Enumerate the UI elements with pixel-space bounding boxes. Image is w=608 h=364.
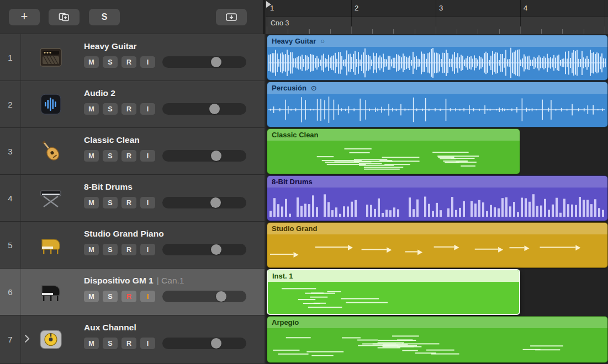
input-monitor-button[interactable]: I	[140, 291, 155, 302]
solo-button[interactable]: S	[103, 197, 118, 208]
solo-button[interactable]: S	[103, 244, 118, 255]
audio-waveform	[268, 47, 606, 79]
input-monitor-button[interactable]: I	[140, 338, 155, 349]
midi-notes	[268, 234, 606, 266]
region-studio-grand[interactable]: Studio Grand	[267, 222, 608, 268]
volume-knob	[209, 104, 220, 114]
solo-button[interactable]: S	[103, 150, 118, 162]
bar-separators	[267, 0, 608, 34]
disclosure-chevron[interactable]	[24, 334, 30, 345]
region-arpegio[interactable]: Arpegio	[267, 316, 608, 363]
record-enable-button[interactable]: R	[121, 56, 136, 68]
track-name: 8-Bit Drums	[84, 182, 133, 192]
region-name: Arpegio	[267, 317, 607, 328]
record-enable-button[interactable]: R	[121, 244, 136, 255]
region-name: Classic Clean	[267, 129, 520, 141]
region-name: Heavy Guitar○	[267, 35, 607, 47]
track-number: 5	[0, 222, 21, 268]
audio-waveform-icon	[39, 93, 62, 116]
volume-knob	[211, 338, 221, 349]
mute-button[interactable]: M	[84, 244, 99, 255]
follow-tempo-badge-icon: ⊙	[311, 84, 317, 92]
midi-notes	[268, 188, 606, 220]
timeline-ruler[interactable]: 1 2 3 4 Cno 3	[266, 0, 608, 34]
region-name: Percusión⊙	[267, 82, 607, 94]
track-name: Dispositivo GM 1| Can.1	[84, 276, 184, 286]
volume-knob	[210, 197, 221, 208]
track-header-6[interactable]: 6 Dispositivo GM 1| Can.1 M S R I	[0, 269, 265, 315]
track-number: 4	[0, 175, 21, 221]
volume-slider[interactable]	[162, 150, 246, 162]
input-monitor-button[interactable]: I	[140, 56, 155, 68]
mute-button[interactable]: M	[84, 291, 99, 302]
mute-button[interactable]: M	[84, 103, 99, 115]
track-header-4[interactable]: 4 8-Bit Drums M S R I	[0, 175, 265, 222]
track-name: Heavy Guitar	[84, 41, 140, 51]
mute-button[interactable]: M	[84, 150, 99, 162]
track-header-7[interactable]: 7 Aux Channel M S R	[0, 315, 265, 364]
track-channel-suffix: | Can.1	[157, 276, 184, 285]
volume-slider[interactable]	[162, 197, 246, 208]
volume-slider[interactable]	[162, 56, 246, 68]
region-percusion[interactable]: Percusión⊙	[267, 82, 608, 127]
track-header-2[interactable]: 2 Audio 2 M S R I	[0, 81, 265, 128]
add-track-button[interactable]: +	[9, 9, 40, 25]
mute-button[interactable]: M	[84, 338, 99, 349]
midi-notes	[268, 328, 606, 361]
region-heavy-guitar[interactable]: Heavy Guitar○	[267, 35, 608, 81]
volume-slider[interactable]	[162, 291, 246, 302]
gold-piano-icon	[38, 233, 64, 257]
track-number: 6	[0, 269, 21, 315]
volume-knob	[216, 291, 226, 302]
track-number: 7	[0, 315, 21, 363]
input-monitor-button[interactable]: I	[140, 103, 155, 115]
volume-knob	[211, 244, 221, 255]
hide-track-button[interactable]	[216, 9, 247, 25]
solo-button[interactable]: S	[103, 56, 118, 68]
mute-button[interactable]: M	[84, 197, 99, 208]
solo-button[interactable]: S	[103, 291, 118, 302]
guitar-amp-icon	[38, 46, 64, 69]
input-monitor-button[interactable]: I	[140, 150, 155, 162]
region-name: Studio Grand	[267, 223, 607, 234]
arrange-area: 1 2 3 4 Cno 3 Heavy Guitar○ Percusión⊙	[266, 0, 608, 364]
track-header-toolbar: + S	[0, 0, 263, 34]
region-8bit-drums[interactable]: 8-Bit Drums	[267, 175, 608, 221]
track-number: 3	[0, 128, 21, 174]
volume-slider[interactable]	[162, 338, 246, 349]
volume-knob	[211, 57, 221, 67]
solo-button[interactable]: S	[103, 103, 118, 115]
track-header-1[interactable]: 1 Heavy Guitar M S R I	[0, 34, 265, 81]
track-number: 2	[0, 81, 21, 127]
loop-badge-icon: ○	[320, 37, 325, 45]
volume-knob	[211, 151, 221, 161]
duplicate-track-button[interactable]	[49, 9, 80, 25]
track-header-5[interactable]: 5 Studio Grand Piano M S R I	[0, 222, 265, 269]
mute-button[interactable]: M	[84, 56, 99, 68]
record-enable-button[interactable]: R	[121, 291, 136, 302]
volume-slider[interactable]	[162, 244, 246, 255]
keyboard-stand-icon	[38, 186, 64, 210]
toolbar-solo-button[interactable]: S	[89, 9, 120, 25]
region-inst-1[interactable]: Inst. 1	[267, 269, 520, 315]
record-enable-button[interactable]: R	[121, 103, 136, 115]
track-name: Aux Channel	[84, 323, 136, 333]
record-enable-button[interactable]: R	[121, 197, 136, 208]
midi-notes	[268, 141, 519, 173]
track-name: Audio 2	[84, 88, 115, 98]
input-monitor-button[interactable]: I	[140, 197, 155, 208]
chevron-right-icon	[24, 334, 30, 343]
track-name: Studio Grand Piano	[84, 229, 164, 239]
record-enable-button[interactable]: R	[121, 338, 136, 349]
volume-slider[interactable]	[162, 103, 246, 115]
track-header-3[interactable]: 3 Classic Clean M S R	[0, 128, 265, 175]
track-number: 1	[0, 34, 21, 81]
input-monitor-button[interactable]: I	[140, 244, 155, 255]
solo-button[interactable]: S	[103, 338, 118, 349]
track-header-panel: + S 1	[0, 0, 265, 364]
hide-track-icon	[225, 12, 237, 22]
record-enable-button[interactable]: R	[121, 150, 136, 162]
region-classic-clean[interactable]: Classic Clean	[267, 129, 520, 174]
playhead-marker[interactable]	[266, 1, 271, 8]
region-name: Inst. 1	[268, 270, 519, 282]
